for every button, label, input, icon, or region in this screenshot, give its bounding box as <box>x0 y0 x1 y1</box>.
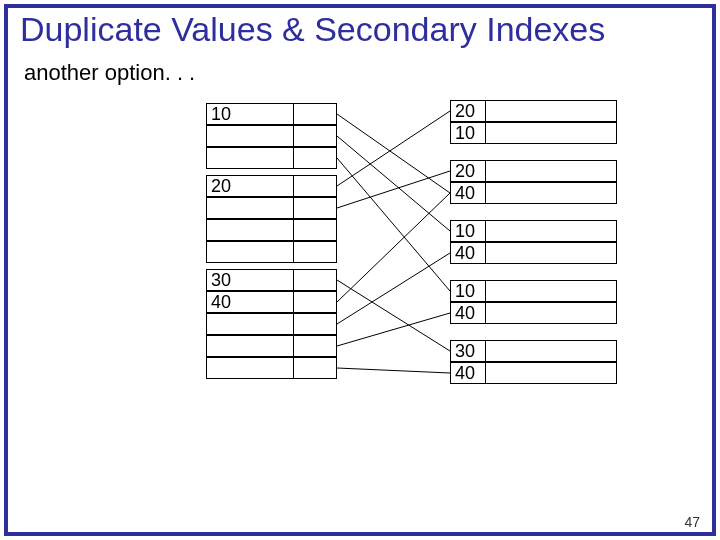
right-record-cell <box>485 302 617 324</box>
left-value-cell <box>206 241 294 263</box>
left-pointer-cell <box>293 357 337 379</box>
left-value-cell: 40 <box>206 291 294 313</box>
right-key-cell: 10 <box>450 280 486 302</box>
right-key-cell: 10 <box>450 220 486 242</box>
right-key-cell: 30 <box>450 340 486 362</box>
right-record-cell <box>485 182 617 204</box>
left-pointer-cell <box>293 291 337 313</box>
left-value-cell <box>206 357 294 379</box>
right-key-cell: 40 <box>450 362 486 384</box>
right-key-cell: 20 <box>450 160 486 182</box>
right-record-cell <box>485 340 617 362</box>
left-pointer-cell <box>293 335 337 357</box>
left-value-cell <box>206 335 294 357</box>
left-pointer-cell <box>293 103 337 125</box>
left-value-cell: 20 <box>206 175 294 197</box>
right-key-cell: 10 <box>450 122 486 144</box>
right-record-cell <box>485 242 617 264</box>
right-key-cell: 40 <box>450 242 486 264</box>
left-value-cell <box>206 313 294 335</box>
slide-subtitle: another option. . . <box>24 60 195 86</box>
left-pointer-cell <box>293 219 337 241</box>
right-record-cell <box>485 220 617 242</box>
left-value-cell <box>206 147 294 169</box>
right-record-cell <box>485 362 617 384</box>
left-pointer-cell <box>293 313 337 335</box>
left-pointer-cell <box>293 197 337 219</box>
left-pointer-cell <box>293 147 337 169</box>
left-value-cell <box>206 219 294 241</box>
left-value-cell <box>206 197 294 219</box>
left-value-cell <box>206 125 294 147</box>
right-key-cell: 40 <box>450 302 486 324</box>
left-pointer-cell <box>293 241 337 263</box>
slide-title: Duplicate Values & Secondary Indexes <box>20 10 605 49</box>
right-record-cell <box>485 280 617 302</box>
right-record-cell <box>485 160 617 182</box>
left-pointer-cell <box>293 175 337 197</box>
right-key-cell: 40 <box>450 182 486 204</box>
left-pointer-cell <box>293 269 337 291</box>
right-key-cell: 20 <box>450 100 486 122</box>
left-value-cell: 30 <box>206 269 294 291</box>
left-pointer-cell <box>293 125 337 147</box>
right-record-cell <box>485 122 617 144</box>
page-number: 47 <box>684 514 700 530</box>
right-record-cell <box>485 100 617 122</box>
left-value-cell: 10 <box>206 103 294 125</box>
